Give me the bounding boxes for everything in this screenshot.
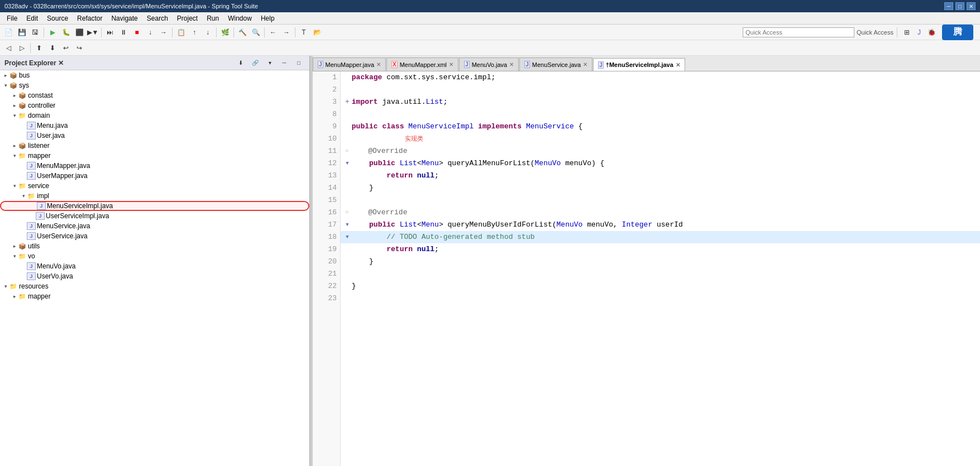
build-button[interactable]: 🔨 xyxy=(236,26,248,39)
menu-search[interactable]: Search xyxy=(142,13,173,23)
open-type-button[interactable]: T xyxy=(298,26,310,39)
code-line-content: public List<Menu> queryAllMenuForList(Me… xyxy=(352,157,605,170)
line-marker-override: ○ xyxy=(345,145,348,157)
menu-run[interactable]: Run xyxy=(202,13,223,23)
run-last-button[interactable]: ▶ xyxy=(46,26,59,39)
prev-annotation-button[interactable]: ↑ xyxy=(188,26,200,39)
menu-window[interactable]: Window xyxy=(223,13,256,23)
terminate-button[interactable]: ■ xyxy=(131,26,143,39)
spring-boot-dashboard[interactable]: 🌿 xyxy=(219,26,231,39)
forward-button[interactable]: → xyxy=(280,26,293,39)
close-button[interactable]: ✕ xyxy=(967,2,976,10)
tree-item-MenuVo.java[interactable]: JMenuVo.java xyxy=(0,261,309,271)
tab-close-button[interactable]: ✕ xyxy=(583,61,587,68)
code-content[interactable]: package com.sxt.sys.service.impl; +impor… xyxy=(341,71,980,466)
tree-item-bus[interactable]: ▸📦bus xyxy=(0,70,309,80)
open-resource-button[interactable]: 📂 xyxy=(311,26,323,39)
explorer-tree[interactable]: ▸📦bus▾📦sys▸📦constast▸📦controller▾📁domain… xyxy=(0,70,309,466)
step-into-button[interactable]: ↓ xyxy=(144,26,156,39)
run-config-button[interactable]: ▶▼ xyxy=(87,26,99,39)
tree-item-vo[interactable]: ▾📁vo xyxy=(0,251,309,261)
tree-item-impl[interactable]: ▾📁impl xyxy=(0,191,309,201)
tree-item-UserService.java[interactable]: JUserService.java xyxy=(0,231,309,241)
editor-tab-MenuService-java[interactable]: JMenuService.java✕ xyxy=(519,57,592,71)
tree-item-listener[interactable]: ▸📦listener xyxy=(0,141,309,151)
link-editor-button[interactable]: 🔗 xyxy=(249,57,261,69)
save-all-button[interactable]: 🖫 xyxy=(29,26,41,39)
menu-refactor[interactable]: Refactor xyxy=(73,13,107,23)
tab-close-button[interactable]: ✕ xyxy=(449,61,453,68)
tree-label: MenuVo.java xyxy=(37,262,75,270)
line-number: 2 xyxy=(316,84,337,96)
editor-tab--MenuServiceImpl-java[interactable]: J†MenuServiceImpl.java✕ xyxy=(593,58,685,71)
perspective-button[interactable]: ⊞ xyxy=(901,26,913,39)
skip-all-button[interactable]: ⏭ xyxy=(104,26,116,39)
line-number: 20 xyxy=(316,256,337,268)
suspend-button[interactable]: ⏸ xyxy=(117,26,130,39)
tab-close-button[interactable]: ✕ xyxy=(509,61,514,68)
tree-item-utils[interactable]: ▸📦utils xyxy=(0,241,309,251)
java-perspective[interactable]: J xyxy=(913,26,925,39)
tb2-last-edit[interactable]: ↩ xyxy=(60,42,72,54)
debug-last-button[interactable]: 🐛 xyxy=(60,26,72,39)
coverage-button[interactable]: ⬛ xyxy=(73,26,85,39)
minimize-button[interactable]: ─ xyxy=(944,2,953,10)
menu-edit[interactable]: Edit xyxy=(22,13,42,23)
menu-help[interactable]: Help xyxy=(256,13,279,23)
code-line: return null; xyxy=(345,170,976,182)
tb2-prev-edit[interactable]: ⬆ xyxy=(33,42,45,54)
explorer-menu-button[interactable]: ▾ xyxy=(264,57,276,69)
tree-item-mapper2[interactable]: ▸📁mapper xyxy=(0,291,309,301)
editor-tab-MenuMapper-xml[interactable]: XMenuMapper.xml✕ xyxy=(386,57,458,71)
editor-tab-MenuVo-java[interactable]: JMenuVo.java✕ xyxy=(459,57,519,71)
explorer-min-button[interactable]: ─ xyxy=(278,57,290,69)
debug-perspective[interactable]: 🐞 xyxy=(925,26,938,39)
tb2-next[interactable]: ↪ xyxy=(73,42,85,54)
menu-file[interactable]: File xyxy=(2,13,22,23)
tree-item-UserVo.java[interactable]: JUserVo.java xyxy=(0,271,309,281)
search-button[interactable]: 🔍 xyxy=(250,26,262,39)
tree-item-UserMapper.java[interactable]: JUserMapper.java xyxy=(0,171,309,181)
code-line: ○ @Override xyxy=(345,145,976,157)
menu-project[interactable]: Project xyxy=(173,13,202,23)
save-button[interactable]: 💾 xyxy=(16,26,28,39)
tree-item-constast[interactable]: ▸📦constast xyxy=(0,90,309,100)
java-file-icon: J xyxy=(27,132,36,140)
editor-tab-MenuMapper-java[interactable]: JMenuMapper.java✕ xyxy=(313,57,386,71)
menu-source[interactable]: Source xyxy=(42,13,73,23)
tree-item-MenuMapper.java[interactable]: JMenuMapper.java xyxy=(0,161,309,171)
step-over-button[interactable]: → xyxy=(157,26,170,39)
tree-item-controller[interactable]: ▸📦controller xyxy=(0,100,309,111)
java-file-icon: J xyxy=(27,232,36,240)
open-task-button[interactable]: 📋 xyxy=(175,26,187,39)
quick-access-input[interactable] xyxy=(743,27,854,37)
tb2-next-edit[interactable]: ⬇ xyxy=(46,42,59,54)
menu-navigate[interactable]: Navigate xyxy=(107,13,142,23)
explorer-max-button[interactable]: □ xyxy=(293,57,305,69)
collapse-all-button[interactable]: ⬇ xyxy=(235,57,247,69)
maximize-button[interactable]: □ xyxy=(955,2,964,10)
tb2-back[interactable]: ◁ xyxy=(2,42,15,54)
tree-item-mapper[interactable]: ▾📁mapper xyxy=(0,151,309,161)
tab-java-icon: J xyxy=(464,61,470,68)
tab-close-button[interactable]: ✕ xyxy=(676,62,680,68)
tree-item-domain[interactable]: ▾📁domain xyxy=(0,111,309,121)
tree-item-resources[interactable]: ▾📁resources xyxy=(0,281,309,291)
tree-item-MenuServiceImpl.java[interactable]: JMenuServiceImpl.java xyxy=(0,201,309,211)
tree-item-MenuService.java[interactable]: JMenuService.java xyxy=(0,221,309,231)
next-annotation-button[interactable]: ↓ xyxy=(202,26,214,39)
code-line: +import java.util.List; xyxy=(345,96,976,108)
java-file-icon: J xyxy=(36,212,45,220)
new-button[interactable]: 📄 xyxy=(2,26,15,39)
tree-item-UserServiceImpl.java[interactable]: JUserServiceImpl.java xyxy=(0,211,309,221)
tb2-forward[interactable]: ▷ xyxy=(16,42,28,54)
line-marker-none xyxy=(345,194,350,206)
tree-arrow: ▾ xyxy=(11,182,18,189)
back-button[interactable]: ← xyxy=(267,26,279,39)
tree-item-service[interactable]: ▾📁service xyxy=(0,181,309,191)
tree-item-Menu.java[interactable]: JMenu.java xyxy=(0,121,309,131)
tree-item-sys[interactable]: ▾📦sys xyxy=(0,80,309,90)
tab-close-button[interactable]: ✕ xyxy=(376,61,381,68)
tree-item-User.java[interactable]: JUser.java xyxy=(0,131,309,141)
code-editor[interactable]: 123891011121314151617181920212223 packag… xyxy=(313,71,980,466)
